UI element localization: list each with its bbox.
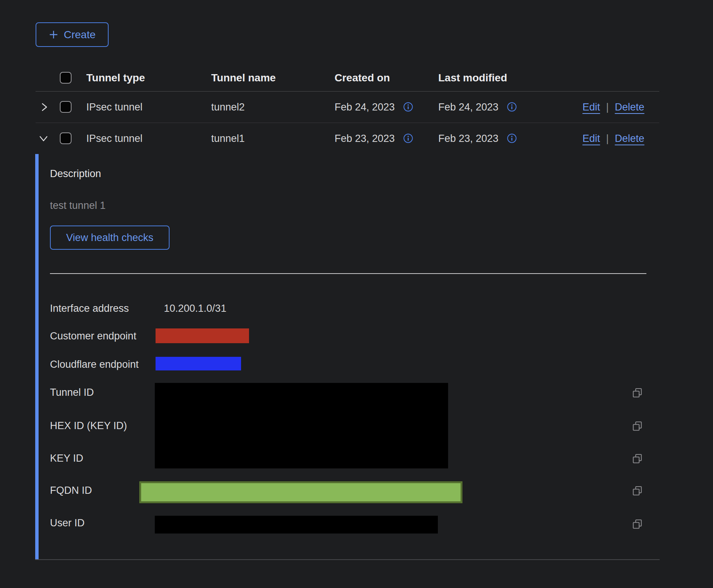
info-icon[interactable]: [507, 133, 517, 143]
cell-tunnel-name: tunnel2: [211, 92, 245, 123]
user-id-redacted-value: [155, 516, 438, 534]
copy-key-id-button[interactable]: [631, 453, 643, 465]
copy-fqdn-id-button[interactable]: [631, 485, 643, 497]
modified-date: Feb 23, 2023: [438, 133, 498, 144]
edit-link[interactable]: Edit: [582, 101, 600, 113]
actions-separator: |: [606, 133, 609, 144]
row-checkbox[interactable]: [60, 132, 72, 144]
key-id-label: KEY ID: [50, 453, 83, 464]
cell-last-modified: Feb 23, 2023: [438, 123, 517, 154]
copy-user-id-button[interactable]: [631, 518, 643, 530]
cell-tunnel-name: tunnel1: [211, 123, 245, 154]
chevron-right-icon[interactable]: [39, 101, 50, 113]
customer-endpoint-redacted-value: [156, 328, 249, 343]
table-header-row: Tunnel type Tunnel name Created on Last …: [36, 64, 659, 91]
view-health-checks-button[interactable]: View health checks: [50, 226, 170, 250]
cell-created-on: Feb 24, 2023: [335, 92, 413, 123]
cell-created-on: Feb 23, 2023: [335, 123, 413, 154]
panel-bottom-divider: [35, 559, 660, 560]
actions-separator: |: [606, 101, 609, 113]
created-date: Feb 24, 2023: [335, 101, 395, 113]
table-row-tunnel2: IPsec tunnel tunnel2 Feb 24, 2023 Feb 24…: [36, 92, 659, 123]
cell-last-modified: Feb 24, 2023: [438, 92, 517, 123]
header-created-on: Created on: [335, 64, 390, 91]
create-button[interactable]: Create: [36, 22, 109, 47]
delete-link[interactable]: Delete: [615, 133, 645, 144]
header-tunnel-name: Tunnel name: [211, 64, 276, 91]
fqdn-id-label: FQDN ID: [50, 485, 92, 496]
info-icon[interactable]: [403, 133, 413, 143]
interface-address-label: Interface address: [50, 303, 129, 314]
cell-tunnel-type: IPsec tunnel: [86, 92, 143, 123]
plus-icon: [48, 30, 59, 40]
user-id-label: User ID: [50, 517, 85, 529]
ids-redacted-block: [155, 383, 448, 468]
cloudflare-endpoint-redacted-value: [156, 357, 241, 370]
copy-tunnel-id-button[interactable]: [631, 387, 643, 399]
customer-endpoint-label: Customer endpoint: [50, 330, 136, 342]
row-actions: Edit|Delete: [582, 123, 645, 154]
fqdn-id-redacted-value: [139, 481, 462, 503]
create-button-label: Create: [64, 29, 95, 41]
select-all-checkbox[interactable]: [60, 72, 72, 84]
header-last-modified: Last modified: [438, 64, 507, 91]
delete-link[interactable]: Delete: [615, 101, 645, 113]
description-label: Description: [50, 168, 101, 180]
cloudflare-endpoint-label: Cloudflare endpoint: [50, 359, 139, 370]
interface-address-value: 10.200.1.0/31: [164, 303, 226, 314]
info-icon[interactable]: [403, 102, 413, 112]
description-value: test tunnel 1: [50, 200, 106, 212]
edit-link[interactable]: Edit: [582, 133, 600, 144]
copy-hex-id-button[interactable]: [631, 420, 643, 432]
expanded-row-accent-bar: [35, 154, 39, 559]
cell-tunnel-type: IPsec tunnel: [86, 123, 143, 154]
chevron-down-icon[interactable]: [38, 133, 49, 144]
row-actions: Edit|Delete: [582, 92, 645, 123]
info-icon[interactable]: [507, 102, 517, 112]
created-date: Feb 23, 2023: [335, 133, 395, 144]
table-row-tunnel1: IPsec tunnel tunnel1 Feb 23, 2023 Feb 23…: [36, 123, 659, 154]
details-divider: [50, 273, 646, 274]
tunnel-id-label: Tunnel ID: [50, 387, 94, 398]
ipsec-tunnels-page: Create Tunnel type Tunnel name Created o…: [0, 0, 713, 588]
modified-date: Feb 24, 2023: [438, 101, 498, 113]
header-tunnel-type: Tunnel type: [86, 64, 145, 91]
row-checkbox[interactable]: [60, 101, 72, 113]
hex-id-label: HEX ID (KEY ID): [50, 420, 127, 432]
